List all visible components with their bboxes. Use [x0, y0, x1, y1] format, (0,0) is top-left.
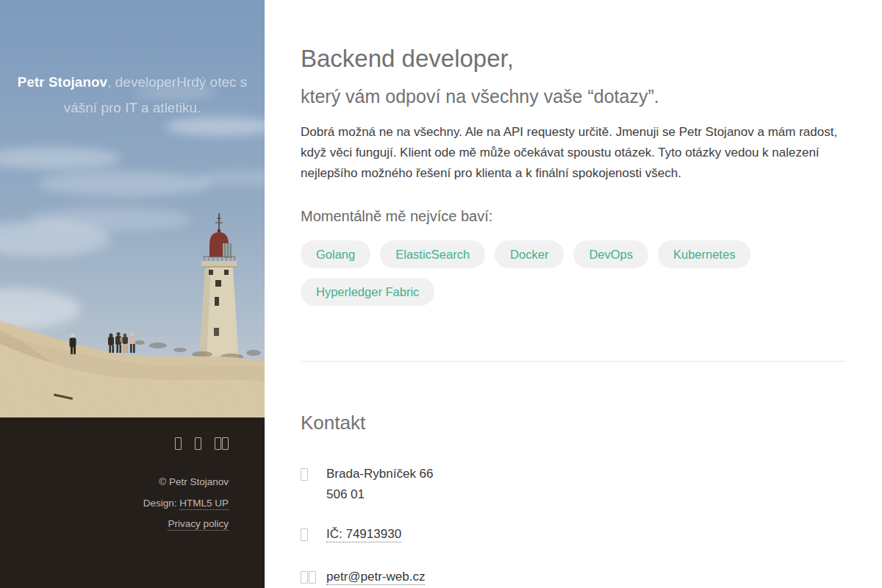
page: Petr Stojanov, developerHrdý otec s vášn…	[0, 0, 882, 588]
social-icon-2[interactable]	[195, 437, 201, 450]
social-icons-row	[36, 437, 229, 450]
address-line-2: 506 01	[326, 487, 365, 501]
html5up-link[interactable]: HTML5 UP	[179, 498, 229, 510]
tag-elasticsearch: ElasticSearch	[380, 240, 485, 268]
email-icon	[301, 567, 326, 588]
placeholder-glyph-icon	[175, 437, 182, 450]
tags-list: GolangElasticSearchDockerDevOpsKubernete…	[301, 240, 846, 306]
contact-heading: Kontakt	[301, 412, 846, 434]
interests-heading: Momentálně mě nejvíce baví:	[301, 208, 846, 225]
design-credit: Design: HTML5 UP	[36, 493, 229, 514]
lighthouse-dune-scene	[0, 0, 265, 417]
company-id-link[interactable]: IČ: 74913930	[326, 527, 401, 542]
contact-company-id-row: IČ: 74913930	[301, 524, 846, 548]
design-label: Design:	[143, 498, 180, 509]
address-line-1: Brada-Rybníček 66	[326, 467, 434, 481]
social-icon-1[interactable]	[175, 437, 182, 450]
person-name: Petr Stojanov	[18, 74, 107, 90]
sidebar-photo-lighthouse: Petr Stojanov, developerHrdý otec s vášn…	[0, 0, 265, 417]
sidebar-intro: Petr Stojanov, developerHrdý otec s vášn…	[16, 69, 248, 121]
page-subtitle: který vám odpoví na všechny vaše “dotazy…	[301, 85, 846, 109]
placeholder-glyph-icon	[195, 437, 201, 450]
tag-docker: Docker	[495, 240, 564, 268]
main-content: Backend developer, který vám odpoví na v…	[265, 0, 882, 588]
copyright: © Petr Stojanov	[36, 472, 229, 493]
section-divider	[301, 361, 846, 362]
intro-paragraph: Dobrá možná ne na všechny. Ale na API re…	[301, 122, 846, 184]
sidebar-footer: © Petr Stojanov Design: HTML5 UP Privacy…	[0, 417, 265, 535]
address-icon	[301, 464, 326, 487]
contact-email-row: petr@petr-web.cz	[301, 567, 846, 588]
tag-hyperledger-fabric: Hyperledger Fabric	[301, 278, 434, 306]
social-icon-3[interactable]	[215, 437, 229, 450]
tag-golang: Golang	[301, 240, 370, 268]
contact-address-row: Brada-Rybníček 66 506 01	[301, 464, 846, 505]
tag-kubernetes: Kubernetes	[658, 240, 750, 268]
company-id-icon	[301, 524, 326, 548]
sidebar: Petr Stojanov, developerHrdý otec s vášn…	[0, 0, 265, 588]
tag-devops: DevOps	[573, 240, 648, 268]
address-text: Brada-Rybníček 66 506 01	[326, 464, 434, 505]
privacy-policy-link[interactable]: Privacy policy	[168, 518, 229, 531]
email-link[interactable]: petr@petr-web.cz	[326, 570, 425, 585]
placeholder-double-glyph-icon	[215, 437, 229, 450]
page-title: Backend developer,	[301, 44, 846, 74]
